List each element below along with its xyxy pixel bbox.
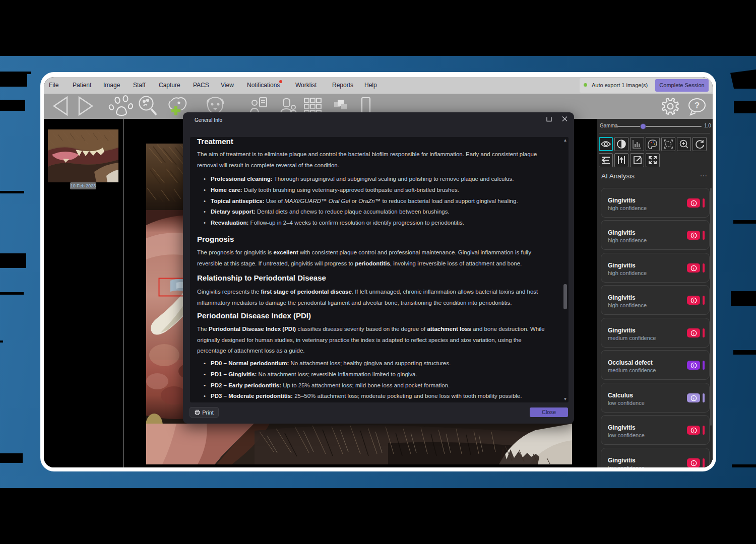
svg-text:?: ? xyxy=(695,101,700,110)
